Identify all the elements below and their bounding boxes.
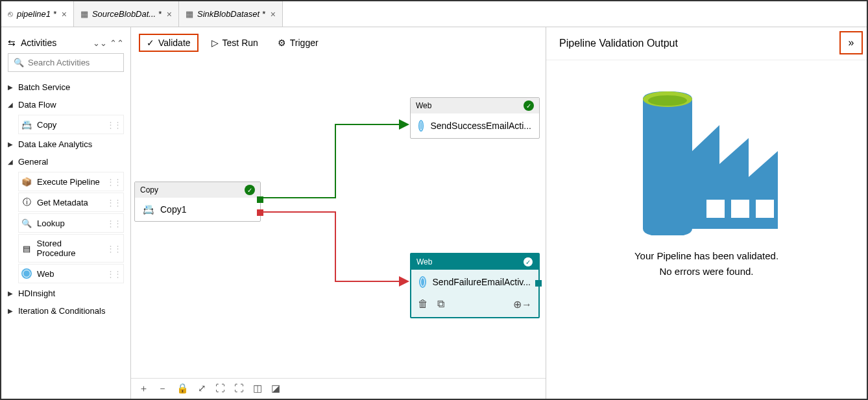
grip-icon: ⋮⋮ <box>106 198 121 207</box>
group-data-flow[interactable]: ◢Data Flow <box>8 96 124 113</box>
node-web-success[interactable]: Web✓ SendSuccessEmailActi... <box>410 97 540 139</box>
clone-icon[interactable]: ⧉ <box>437 298 444 311</box>
tab-label: SourceBlobDat... * <box>92 9 162 19</box>
search-icon: 🔍 <box>14 58 24 67</box>
activities-sidebar: ⇆ Activities ⌄⌄ ⌃⌃ 🔍 ▶Batch Service ◢Dat… <box>1 27 131 399</box>
close-icon[interactable]: × <box>271 9 276 19</box>
group-label: Batch Service <box>18 82 70 92</box>
copy-icon: 📇 <box>21 119 32 130</box>
chevron-down-icon: ◢ <box>8 101 14 108</box>
svg-rect-4 <box>731 200 749 218</box>
node-type: Copy <box>140 185 158 194</box>
stored-procedure-icon: ▤ <box>21 243 32 253</box>
search-input[interactable]: 🔍 <box>8 53 124 72</box>
group-label: Data Flow <box>18 100 56 110</box>
search-field[interactable] <box>28 58 118 67</box>
output-port[interactable] <box>535 280 542 287</box>
info-icon: ⓘ <box>21 197 32 207</box>
chevron-down-icon: ◢ <box>8 158 14 165</box>
chevron-right-icon: ▶ <box>8 307 14 314</box>
activity-lookup[interactable]: 🔍Lookup⋮⋮ <box>18 213 124 233</box>
pipeline-canvas[interactable]: Copy✓ 📇Copy1 Web✓ SendSuccessEmailActi..… <box>131 58 546 378</box>
trigger-button[interactable]: ⚙Trigger <box>271 35 325 51</box>
autolayout-icon[interactable]: ◫ <box>253 382 262 395</box>
chevron-right-icon: ▶ <box>8 141 14 148</box>
activity-stored-procedure[interactable]: ▤Stored Procedure⋮⋮ <box>18 234 124 263</box>
group-iteration[interactable]: ▶Iteration & Conditionals <box>8 302 124 320</box>
validate-button[interactable]: ✓Validate <box>139 34 199 52</box>
group-batch-service[interactable]: ▶Batch Service <box>8 78 124 96</box>
check-icon: ✓ <box>147 38 154 48</box>
collapse-panel-button[interactable]: » <box>839 31 863 54</box>
expand-all-icon[interactable]: ⌃⌃ <box>110 38 124 48</box>
svg-rect-5 <box>756 200 774 218</box>
activities-title: Activities <box>21 38 56 48</box>
activity-label: Web <box>37 269 54 279</box>
validation-msg-2: No errors were found. <box>634 264 778 279</box>
activities-icon: ⇆ <box>8 38 16 48</box>
web-icon <box>419 276 426 288</box>
node-web-failure[interactable]: Web✓ SendFailureEmailActiv... 🗑 ⧉ ⊕→ <box>410 253 540 318</box>
group-general[interactable]: ◢General <box>8 153 124 171</box>
group-label: General <box>18 157 48 167</box>
collapse-all-icon[interactable]: ⌄⌄ <box>93 38 107 48</box>
group-label: Data Lake Analytics <box>18 139 92 149</box>
add-output-icon[interactable]: ⊕→ <box>513 298 532 311</box>
activities-header: ⇆ Activities ⌄⌄ ⌃⌃ <box>8 32 124 53</box>
close-icon[interactable]: × <box>62 9 67 19</box>
web-icon <box>418 120 424 132</box>
group-hdinsight[interactable]: ▶HDInsight <box>8 285 124 302</box>
validation-title: Pipeline Validation Output <box>559 38 678 49</box>
grip-icon: ⋮⋮ <box>106 120 121 130</box>
node-name: Copy1 <box>160 204 186 215</box>
canvas-area: ✓Validate ▷Test Run ⚙Trigger Copy✓ 📇Copy… <box>131 27 546 399</box>
activity-web[interactable]: Web⋮⋮ <box>18 264 124 283</box>
fit-icon[interactable]: ⤢ <box>198 382 206 395</box>
factory-illustration <box>622 86 791 235</box>
success-port[interactable] <box>257 196 263 203</box>
group-label: Iteration & Conditionals <box>18 306 105 316</box>
canvas-bottom-toolbar: ＋ － 🔒 ⤢ ⛶ ⛶ ◫ ◪ <box>131 378 546 399</box>
tab-pipeline1[interactable]: ⎋ pipeline1 * × <box>1 1 74 27</box>
node-name: SendFailureEmailActiv... <box>433 277 531 287</box>
canvas-toolbar: ✓Validate ▷Test Run ⚙Trigger <box>131 27 546 58</box>
fullscreen-icon[interactable]: ⛶ <box>234 382 244 395</box>
tab-sinkblob[interactable]: ▦ SinkBlobDataset * × <box>179 1 283 27</box>
activity-label: Execute Pipeline <box>37 177 100 187</box>
tab-label: pipeline1 * <box>17 9 56 19</box>
chevron-right-icon: ▶ <box>8 290 14 297</box>
delete-icon[interactable]: 🗑 <box>418 298 428 311</box>
group-data-lake[interactable]: ▶Data Lake Analytics <box>8 135 124 153</box>
lookup-icon: 🔍 <box>21 218 32 228</box>
dataset-icon: ▦ <box>80 9 88 19</box>
validation-panel: Pipeline Validation Output » Your Pipeli… <box>546 27 867 399</box>
activity-label: Stored Procedure <box>37 239 101 258</box>
minimap-icon[interactable]: ◪ <box>271 382 280 395</box>
svg-point-2 <box>648 95 687 106</box>
node-name: SendSuccessEmailActi... <box>430 121 531 131</box>
lock-icon[interactable]: 🔒 <box>176 382 189 395</box>
zoom-in-icon[interactable]: ＋ <box>139 382 149 395</box>
activity-copy[interactable]: 📇Copy⋮⋮ <box>18 115 124 134</box>
activity-execute-pipeline[interactable]: 📦Execute Pipeline⋮⋮ <box>18 172 124 191</box>
pipeline-icon: ⎋ <box>8 9 13 19</box>
zoom-out-icon[interactable]: － <box>158 382 167 395</box>
node-type: Web <box>416 101 431 110</box>
testrun-button[interactable]: ▷Test Run <box>205 35 265 51</box>
group-label: HDInsight <box>18 288 55 298</box>
node-copy[interactable]: Copy✓ 📇Copy1 <box>134 182 261 222</box>
activity-label: Lookup <box>37 218 65 228</box>
grip-icon: ⋮⋮ <box>106 244 121 253</box>
activity-get-metadata[interactable]: ⓘGet Metadata⋮⋮ <box>18 193 124 212</box>
status-ok-icon: ✓ <box>524 100 534 111</box>
grip-icon: ⋮⋮ <box>106 177 121 187</box>
tab-label: SinkBlobDataset * <box>197 9 265 19</box>
play-icon: ▷ <box>211 38 219 48</box>
svg-rect-3 <box>706 200 725 218</box>
zoom-100-icon[interactable]: ⛶ <box>215 382 225 395</box>
tab-sourceblob[interactable]: ▦ SourceBlobDat... * × <box>74 1 179 27</box>
failure-port[interactable] <box>257 209 263 216</box>
grip-icon: ⋮⋮ <box>106 269 121 279</box>
close-icon[interactable]: × <box>167 9 172 19</box>
status-ok-icon: ✓ <box>245 185 255 195</box>
